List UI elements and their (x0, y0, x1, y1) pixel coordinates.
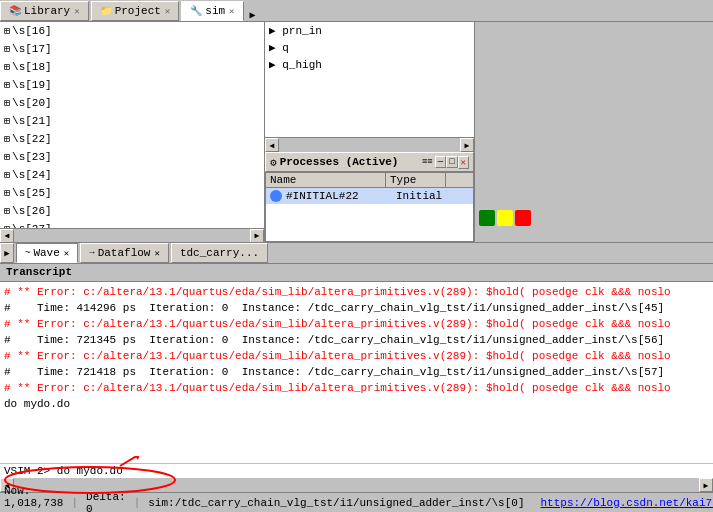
processes-col-type: Type (386, 173, 446, 187)
list-item[interactable]: ⊞ \s[16] (0, 22, 264, 40)
signal-list-panel: ⊞ \s[16] ⊞ \s[17] ⊞ \s[18] ⊞ \s[19] (0, 22, 264, 228)
list-item[interactable]: ⊞ \s[27] (0, 220, 264, 228)
library-icon: 📚 (9, 5, 21, 17)
wave-icon: ~ (25, 248, 30, 258)
top-section: ⊞ \s[16] ⊞ \s[17] ⊞ \s[18] ⊞ \s[19] (0, 22, 713, 242)
expand-icon: ⊞ (4, 133, 10, 145)
top-tab-bar: 📚 Library ✕ 📁 Project ✕ 🔧 sim ✕ ▶ (0, 0, 713, 22)
right-panel (475, 22, 713, 242)
red-icon[interactable] (515, 210, 531, 226)
expand-icon: ⊞ (4, 97, 10, 109)
processes-minimize-btn[interactable]: ─ (435, 156, 446, 168)
list-item[interactable]: ⊞ \s[21] (0, 112, 264, 130)
status-now: Now: 1,018,738 ps (4, 485, 63, 513)
tdc-tab-label: tdc_carry... (180, 247, 259, 259)
wave-scroll-left[interactable]: ◀ (265, 138, 279, 152)
wave-preview-panel: ▶ prn_in ▶ q ▶ q_high (265, 22, 474, 138)
list-item[interactable]: ⊞ \s[18] (0, 58, 264, 76)
dataflow-icon: → (89, 248, 94, 258)
right-empty (475, 22, 713, 206)
transcript-line: # Time: 414296 ps Iteration: 0 Instance:… (4, 300, 709, 316)
bottom-tab-bar: ▶ ~ Wave ✕ → Dataflow ✕ tdc_carry... (0, 242, 713, 264)
transcript-line: # ** Error: c:/altera/13.1/quartus/eda/s… (4, 316, 709, 332)
signal-q_high: ▶ q_high (265, 56, 474, 73)
tab-dataflow[interactable]: → Dataflow ✕ (80, 243, 169, 263)
wave-tab-label: Wave (33, 247, 59, 259)
process-circle-icon (270, 190, 282, 202)
main-container: 📚 Library ✕ 📁 Project ✕ 🔧 sim ✕ ▶ ⊞ (0, 0, 713, 512)
processes-dots-icon: ≡≡ (422, 157, 433, 167)
processes-header-bar: ⚙ Processes (Active) ≡≡ ─ □ ✕ (265, 152, 474, 172)
status-link[interactable]: https://blog.csdn.net/kai73 (541, 497, 713, 509)
transcript-line: do mydo.do (4, 396, 709, 412)
tab-expand-btn[interactable]: ▶ (250, 9, 256, 21)
list-item[interactable]: ⊞ \s[19] (0, 76, 264, 94)
bottom-tab-scroll-btn[interactable]: ▶ (0, 243, 14, 263)
signal-list: ⊞ \s[16] ⊞ \s[17] ⊞ \s[18] ⊞ \s[19] (0, 22, 264, 228)
transcript-area: Transcript # ** Error: c:/altera/13.1/qu… (0, 264, 713, 492)
signal-prn_in: ▶ prn_in (265, 22, 474, 39)
transcript-line: # ** Error: c:/altera/13.1/quartus/eda/s… (4, 380, 709, 396)
expand-icon: ⊞ (4, 79, 10, 91)
status-delta: Delta: 0 (86, 491, 126, 513)
expand-icon: ⊞ (4, 151, 10, 163)
transcript-header: Transcript (0, 264, 713, 282)
signal-q: ▶ q (265, 39, 474, 56)
processes-gear-icon: ⚙ (270, 156, 277, 169)
expand-icon: ⊞ (4, 169, 10, 181)
expand-icon: ⊞ (4, 115, 10, 127)
process-type: Initial (396, 190, 442, 202)
list-item[interactable]: ⊞ \s[24] (0, 166, 264, 184)
processes-close-btn[interactable]: ✕ (458, 156, 469, 169)
expand-icon: ⊞ (4, 205, 10, 217)
tab-library[interactable]: 📚 Library ✕ (0, 1, 89, 21)
transcript-scroll-right[interactable]: ▶ (699, 478, 713, 492)
transcript-line: # ** Error: c:/altera/13.1/quartus/eda/s… (4, 284, 709, 300)
right-icon-row (475, 206, 713, 228)
list-item[interactable]: ⊞ \s[22] (0, 130, 264, 148)
dataflow-tab-label: Dataflow (98, 247, 151, 259)
tab-wave[interactable]: ~ Wave ✕ (16, 243, 78, 263)
expand-icon: ⊞ (4, 61, 10, 73)
transcript-content[interactable]: # ** Error: c:/altera/13.1/quartus/eda/s… (0, 282, 713, 463)
tab-project[interactable]: 📁 Project ✕ (91, 1, 180, 21)
processes-panel: ⚙ Processes (Active) ≡≡ ─ □ ✕ Name Type (265, 152, 474, 242)
left-panel-hscroll[interactable]: ◀ ▶ (0, 228, 264, 242)
cmd-prompt-area: VSIM 2> do mydo.do (0, 463, 713, 478)
scroll-right-btn[interactable]: ▶ (250, 229, 264, 243)
processes-title: Processes (Active) (280, 156, 422, 168)
wave-tab-close[interactable]: ✕ (64, 248, 69, 259)
yellow-icon[interactable] (497, 210, 513, 226)
tab-sim[interactable]: 🔧 sim ✕ (181, 1, 243, 21)
list-item[interactable]: ⊞ \s[23] (0, 148, 264, 166)
tab-tdc[interactable]: tdc_carry... (171, 243, 268, 263)
transcript-line: # Time: 721418 ps Iteration: 0 Instance:… (4, 364, 709, 380)
processes-table-header: Name Type (266, 173, 473, 188)
transcript-line: # ** Error: c:/altera/13.1/quartus/eda/s… (4, 348, 709, 364)
scroll-left-btn[interactable]: ◀ (0, 229, 14, 243)
transcript-line: # Time: 721345 ps Iteration: 0 Instance:… (4, 332, 709, 348)
expand-icon: ⊞ (4, 25, 10, 37)
dataflow-tab-close[interactable]: ✕ (154, 248, 159, 259)
list-item[interactable]: ⊞ \s[26] (0, 202, 264, 220)
status-bar: Now: 1,018,738 ps | Delta: 0 | sim:/tdc_… (0, 492, 713, 512)
list-item[interactable]: ⊞ \s[25] (0, 184, 264, 202)
expand-icon: ⊞ (4, 43, 10, 55)
list-item[interactable]: ⊞ \s[20] (0, 94, 264, 112)
wave-hscroll[interactable]: ◀ ▶ (265, 138, 474, 152)
command-prompt-line: VSIM 2> do mydo.do (0, 464, 713, 478)
sim-icon: 🔧 (190, 5, 202, 17)
status-divider2: | (134, 497, 141, 509)
wave-scroll-right[interactable]: ▶ (460, 138, 474, 152)
status-divider: | (71, 497, 78, 509)
process-name: #INITIAL#22 (286, 190, 396, 202)
processes-maximize-btn[interactable]: □ (446, 156, 457, 168)
library-tab-close[interactable]: ✕ (74, 6, 79, 17)
project-icon: 📁 (100, 5, 112, 17)
list-item[interactable]: ⊞ \s[17] (0, 40, 264, 58)
sim-tab-close[interactable]: ✕ (229, 6, 234, 17)
green-icon[interactable] (479, 210, 495, 226)
project-tab-close[interactable]: ✕ (165, 6, 170, 17)
processes-table: Name Type #INITIAL#22 Initial (265, 172, 474, 242)
processes-row[interactable]: #INITIAL#22 Initial (266, 188, 473, 204)
